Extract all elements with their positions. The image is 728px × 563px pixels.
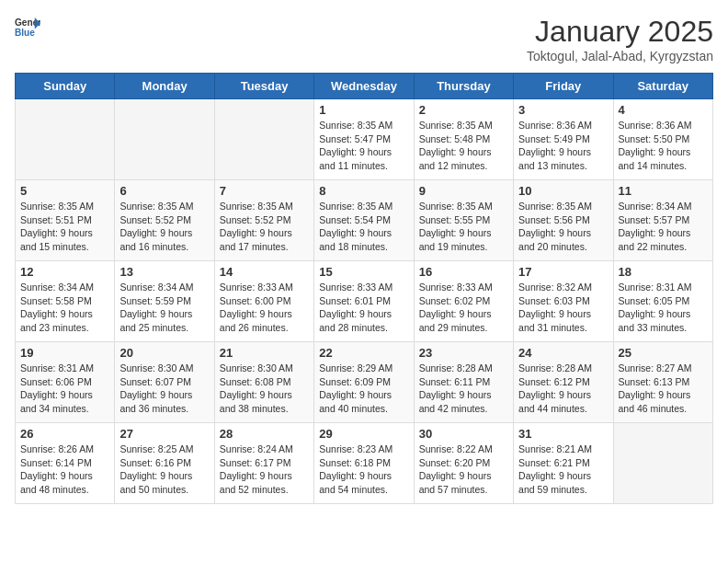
- day-info: Sunrise: 8:30 AM Sunset: 6:07 PM Dayligh…: [119, 362, 209, 416]
- day-info: Sunrise: 8:28 AM Sunset: 6:11 PM Dayligh…: [419, 362, 508, 416]
- calendar-cell: 3Sunrise: 8:36 AM Sunset: 5:49 PM Daylig…: [514, 99, 613, 180]
- calendar-cell: 13Sunrise: 8:34 AM Sunset: 5:59 PM Dayli…: [115, 261, 214, 342]
- calendar-cell: 30Sunrise: 8:22 AM Sunset: 6:20 PM Dayli…: [414, 423, 513, 504]
- header-wednesday: Wednesday: [314, 74, 414, 99]
- calendar-cell: 20Sunrise: 8:30 AM Sunset: 6:07 PM Dayli…: [115, 342, 214, 423]
- calendar-cell: 15Sunrise: 8:33 AM Sunset: 6:01 PM Dayli…: [314, 261, 414, 342]
- day-number: 27: [119, 427, 209, 441]
- day-info: Sunrise: 8:26 AM Sunset: 6:14 PM Dayligh…: [20, 442, 109, 497]
- day-number: 13: [119, 265, 209, 279]
- day-info: Sunrise: 8:23 AM Sunset: 6:18 PM Dayligh…: [319, 442, 408, 497]
- day-number: 20: [119, 346, 209, 360]
- calendar-cell: 18Sunrise: 8:31 AM Sunset: 6:05 PM Dayli…: [613, 261, 712, 342]
- day-info: Sunrise: 8:33 AM Sunset: 6:01 PM Dayligh…: [319, 281, 408, 335]
- day-info: Sunrise: 8:35 AM Sunset: 5:52 PM Dayligh…: [119, 200, 209, 254]
- calendar-cell: 2Sunrise: 8:35 AM Sunset: 5:48 PM Daylig…: [414, 99, 513, 180]
- header-tuesday: Tuesday: [214, 74, 313, 99]
- day-number: 23: [419, 346, 508, 360]
- day-info: Sunrise: 8:29 AM Sunset: 6:09 PM Dayligh…: [319, 362, 408, 416]
- day-info: Sunrise: 8:34 AM Sunset: 5:57 PM Dayligh…: [619, 200, 708, 254]
- day-number: 2: [419, 103, 508, 117]
- day-info: Sunrise: 8:34 AM Sunset: 5:58 PM Dayligh…: [20, 281, 109, 335]
- day-number: 4: [619, 103, 708, 117]
- day-info: Sunrise: 8:27 AM Sunset: 6:13 PM Dayligh…: [619, 362, 708, 416]
- header-sunday: Sunday: [16, 74, 115, 99]
- day-number: 15: [319, 265, 408, 279]
- calendar-cell: 24Sunrise: 8:28 AM Sunset: 6:12 PM Dayli…: [514, 342, 613, 423]
- day-info: Sunrise: 8:35 AM Sunset: 5:56 PM Dayligh…: [518, 200, 608, 254]
- day-info: Sunrise: 8:31 AM Sunset: 6:05 PM Dayligh…: [619, 281, 708, 335]
- month-title: January 2025: [527, 15, 713, 49]
- day-info: Sunrise: 8:35 AM Sunset: 5:48 PM Dayligh…: [419, 119, 508, 173]
- calendar-cell: 16Sunrise: 8:33 AM Sunset: 6:02 PM Dayli…: [414, 261, 513, 342]
- calendar-cell: 21Sunrise: 8:30 AM Sunset: 6:08 PM Dayli…: [214, 342, 313, 423]
- page-header: General Blue January 2025 Toktogul, Jala…: [15, 15, 713, 63]
- calendar-cell: 29Sunrise: 8:23 AM Sunset: 6:18 PM Dayli…: [314, 423, 414, 504]
- calendar-cell: 1Sunrise: 8:35 AM Sunset: 5:47 PM Daylig…: [314, 99, 414, 180]
- day-number: 1: [319, 103, 408, 117]
- calendar-table: SundayMondayTuesdayWednesdayThursdayFrid…: [15, 73, 713, 504]
- svg-text:Blue: Blue: [15, 28, 35, 38]
- week-row-5: 26Sunrise: 8:26 AM Sunset: 6:14 PM Dayli…: [16, 423, 713, 504]
- calendar-cell: 17Sunrise: 8:32 AM Sunset: 6:03 PM Dayli…: [514, 261, 613, 342]
- day-number: 12: [20, 265, 109, 279]
- day-number: 8: [319, 184, 408, 198]
- week-row-3: 12Sunrise: 8:34 AM Sunset: 5:58 PM Dayli…: [16, 261, 713, 342]
- calendar-cell: 31Sunrise: 8:21 AM Sunset: 6:21 PM Dayli…: [514, 423, 613, 504]
- day-number: 30: [419, 427, 508, 441]
- logo: General Blue: [15, 15, 40, 40]
- day-number: 28: [220, 427, 309, 441]
- title-block: January 2025 Toktogul, Jalal-Abad, Kyrgy…: [527, 15, 713, 63]
- location-subtitle: Toktogul, Jalal-Abad, Kyrgyzstan: [527, 49, 713, 63]
- day-info: Sunrise: 8:34 AM Sunset: 5:59 PM Dayligh…: [119, 281, 209, 335]
- calendar-cell: 19Sunrise: 8:31 AM Sunset: 6:06 PM Dayli…: [16, 342, 115, 423]
- day-info: Sunrise: 8:25 AM Sunset: 6:16 PM Dayligh…: [119, 442, 209, 497]
- calendar-cell: [16, 99, 115, 180]
- day-info: Sunrise: 8:36 AM Sunset: 5:49 PM Dayligh…: [518, 119, 608, 173]
- day-number: 18: [619, 265, 708, 279]
- day-info: Sunrise: 8:36 AM Sunset: 5:50 PM Dayligh…: [619, 119, 708, 173]
- calendar-cell: 10Sunrise: 8:35 AM Sunset: 5:56 PM Dayli…: [514, 180, 613, 261]
- calendar-cell: 5Sunrise: 8:35 AM Sunset: 5:51 PM Daylig…: [16, 180, 115, 261]
- calendar-cell: [115, 99, 214, 180]
- day-number: 5: [20, 184, 109, 198]
- day-info: Sunrise: 8:30 AM Sunset: 6:08 PM Dayligh…: [220, 362, 309, 416]
- day-number: 7: [220, 184, 309, 198]
- header-thursday: Thursday: [414, 74, 513, 99]
- week-row-4: 19Sunrise: 8:31 AM Sunset: 6:06 PM Dayli…: [16, 342, 713, 423]
- day-number: 10: [518, 184, 608, 198]
- calendar-cell: 6Sunrise: 8:35 AM Sunset: 5:52 PM Daylig…: [115, 180, 214, 261]
- calendar-cell: 27Sunrise: 8:25 AM Sunset: 6:16 PM Dayli…: [115, 423, 214, 504]
- calendar-cell: 11Sunrise: 8:34 AM Sunset: 5:57 PM Dayli…: [613, 180, 712, 261]
- day-number: 9: [419, 184, 508, 198]
- logo-icon: General Blue: [15, 15, 40, 40]
- calendar-cell: 23Sunrise: 8:28 AM Sunset: 6:11 PM Dayli…: [414, 342, 513, 423]
- day-number: 21: [220, 346, 309, 360]
- day-number: 16: [419, 265, 508, 279]
- day-info: Sunrise: 8:24 AM Sunset: 6:17 PM Dayligh…: [220, 442, 309, 497]
- day-number: 22: [319, 346, 408, 360]
- calendar-cell: [613, 423, 712, 504]
- day-info: Sunrise: 8:35 AM Sunset: 5:54 PM Dayligh…: [319, 200, 408, 254]
- day-info: Sunrise: 8:35 AM Sunset: 5:55 PM Dayligh…: [419, 200, 508, 254]
- header-saturday: Saturday: [613, 74, 712, 99]
- calendar-cell: 7Sunrise: 8:35 AM Sunset: 5:52 PM Daylig…: [214, 180, 313, 261]
- day-info: Sunrise: 8:35 AM Sunset: 5:47 PM Dayligh…: [319, 119, 408, 173]
- week-row-2: 5Sunrise: 8:35 AM Sunset: 5:51 PM Daylig…: [16, 180, 713, 261]
- day-info: Sunrise: 8:35 AM Sunset: 5:52 PM Dayligh…: [220, 200, 309, 254]
- day-info: Sunrise: 8:35 AM Sunset: 5:51 PM Dayligh…: [20, 200, 109, 254]
- calendar-cell: 14Sunrise: 8:33 AM Sunset: 6:00 PM Dayli…: [214, 261, 313, 342]
- day-number: 17: [518, 265, 608, 279]
- day-number: 3: [518, 103, 608, 117]
- day-info: Sunrise: 8:33 AM Sunset: 6:02 PM Dayligh…: [419, 281, 508, 335]
- day-number: 29: [319, 427, 408, 441]
- day-info: Sunrise: 8:21 AM Sunset: 6:21 PM Dayligh…: [518, 442, 608, 497]
- calendar-cell: 12Sunrise: 8:34 AM Sunset: 5:58 PM Dayli…: [16, 261, 115, 342]
- week-row-1: 1Sunrise: 8:35 AM Sunset: 5:47 PM Daylig…: [16, 99, 713, 180]
- calendar-cell: [214, 99, 313, 180]
- day-number: 25: [619, 346, 708, 360]
- day-info: Sunrise: 8:28 AM Sunset: 6:12 PM Dayligh…: [518, 362, 608, 416]
- day-number: 11: [619, 184, 708, 198]
- day-info: Sunrise: 8:22 AM Sunset: 6:20 PM Dayligh…: [419, 442, 508, 497]
- day-info: Sunrise: 8:32 AM Sunset: 6:03 PM Dayligh…: [518, 281, 608, 335]
